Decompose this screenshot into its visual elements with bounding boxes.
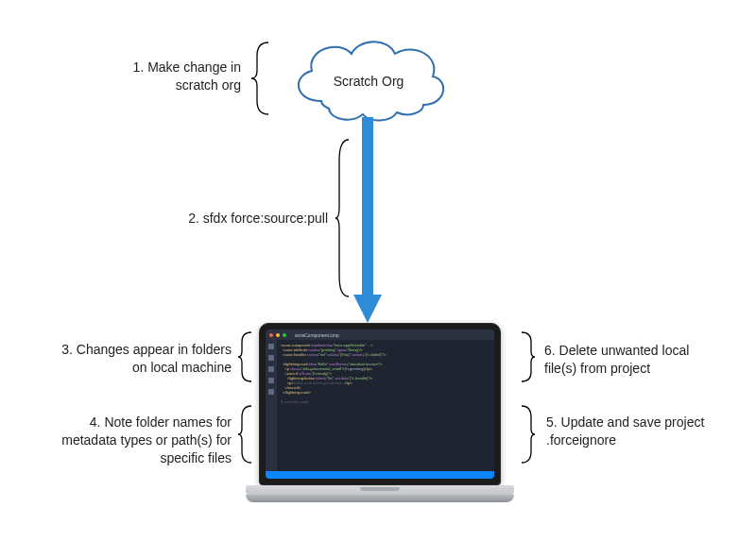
- editor-titlebar: auraComponent.cmp: [266, 330, 494, 340]
- down-arrow: [353, 117, 382, 325]
- window-close-dot: [269, 333, 273, 337]
- cloud-label: Scratch Org: [321, 74, 416, 89]
- step2-brace: [334, 138, 351, 298]
- laptop-foot: [246, 495, 514, 502]
- step6-label: 6. Delete unwanted local file(s) from pr…: [544, 342, 714, 378]
- step2-label: 2. sfdx force:source:pull: [134, 210, 328, 228]
- code-editor-window: auraComponent.cmp <aura:component implem…: [266, 330, 494, 479]
- laptop-notch: [360, 487, 400, 491]
- sidebar-icon: [268, 366, 274, 372]
- code-editor: <aura:component implements="force:appHos…: [277, 340, 494, 471]
- window-max-dot: [283, 333, 286, 337]
- step6-brace: [520, 330, 537, 383]
- step5-brace: [520, 404, 537, 465]
- sidebar-icon: [268, 344, 274, 349]
- editor-sidebar: [266, 340, 277, 471]
- window-min-dot: [276, 333, 280, 337]
- step3-label: 3. Changes appear in folders on local ma…: [61, 341, 232, 377]
- sidebar-icon: [268, 389, 274, 395]
- diagram-canvas: { "cloud": { "label": "Scratch Org" }, "…: [0, 0, 756, 541]
- editor-taskbar: [266, 471, 494, 479]
- svg-rect-0: [362, 117, 373, 298]
- step1-brace: [249, 41, 272, 116]
- laptop: auraComponent.cmp <aura:component implem…: [246, 323, 514, 502]
- editor-tab: auraComponent.cmp: [295, 332, 339, 338]
- step4-label: 4. Note folder names for metadata types …: [57, 414, 232, 467]
- laptop-screen: auraComponent.cmp <aura:component implem…: [259, 323, 501, 485]
- step1-label: 1. Make change in scratch org: [104, 59, 241, 94]
- sidebar-icon: [268, 355, 274, 361]
- svg-marker-1: [353, 295, 382, 323]
- step3-brace: [236, 330, 253, 383]
- sidebar-icon: [268, 378, 274, 383]
- step5-label: 5. Update and save project .forceignore: [546, 414, 730, 449]
- step4-brace: [236, 404, 253, 465]
